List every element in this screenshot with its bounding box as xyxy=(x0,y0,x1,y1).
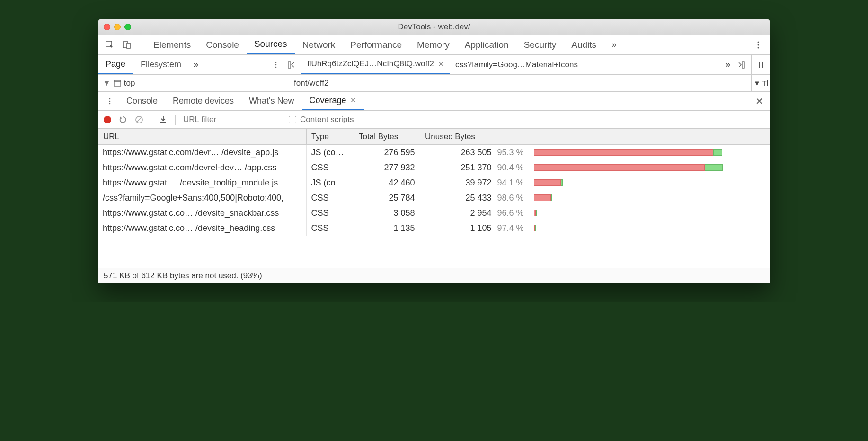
drawer-menu-icon[interactable] xyxy=(103,94,117,108)
cell-url: https://www.gstatic.com/devrel-dev… /app… xyxy=(98,160,306,175)
cell-unused-bytes: 39 97294.1 % xyxy=(420,175,529,190)
cell-usage-bar xyxy=(529,175,770,190)
next-tab-icon[interactable] xyxy=(737,61,751,69)
header-type[interactable]: Type xyxy=(307,129,354,145)
svg-line-19 xyxy=(137,117,142,122)
url-filter-input[interactable] xyxy=(183,115,268,124)
cell-usage-bar xyxy=(529,190,770,205)
cell-unused-bytes: 25 43398.6 % xyxy=(420,190,529,205)
cell-type: JS (coa… xyxy=(306,145,354,160)
navigator-tab-filesystem[interactable]: Filesystem xyxy=(133,55,189,74)
svg-point-17 xyxy=(109,103,111,104)
navigator-tabs-overflow[interactable]: » xyxy=(189,60,203,70)
cell-total-bytes: 3 058 xyxy=(354,205,420,220)
navigator-menu-icon[interactable] xyxy=(269,58,283,72)
tab-console[interactable]: Console xyxy=(198,35,247,54)
right-sidebar-toggle[interactable]: ▼ Tl xyxy=(751,75,770,91)
cell-url: https://www.gstatic.co… /devsite_heading… xyxy=(98,220,306,236)
cell-usage-bar xyxy=(529,205,770,220)
content-type-label: font/woff2 xyxy=(287,75,751,91)
svg-rect-2 xyxy=(127,43,130,48)
header-visualization[interactable] xyxy=(529,129,770,145)
drawer-tab-what-s-new[interactable]: What's New xyxy=(241,92,301,110)
inspect-element-icon[interactable] xyxy=(103,38,117,52)
main-tabs-overflow[interactable]: » xyxy=(607,40,621,50)
settings-menu-icon[interactable] xyxy=(751,38,765,52)
tab-memory[interactable]: Memory xyxy=(409,35,457,54)
close-drawer-icon[interactable]: ✕ xyxy=(755,96,763,107)
coverage-table: URL Type Total Bytes Unused Bytes xyxy=(98,129,770,145)
cell-url: https://www.gstatic.co… /devsite_snackba… xyxy=(98,205,306,220)
source-file-tabs: flUhRq6tzZclQEJ…NcIhQ8tQ.woff2✕css?famil… xyxy=(287,55,751,74)
svg-point-3 xyxy=(758,41,759,43)
tab-application[interactable]: Application xyxy=(457,35,516,54)
navigator-tab-page[interactable]: Page xyxy=(98,55,133,74)
svg-rect-9 xyxy=(288,62,291,68)
source-tab[interactable]: flUhRq6tzZclQEJ…NcIhQ8tQ.woff2✕ xyxy=(301,55,450,74)
cell-url: https://www.gstati… /devsite_tooltip_mod… xyxy=(98,175,306,190)
sources-subheader: PageFilesystem » flUhRq6tzZclQEJ…NcIhQ8t… xyxy=(98,55,770,75)
prev-tab-icon[interactable] xyxy=(287,61,301,69)
svg-point-6 xyxy=(275,62,277,63)
tab-sources[interactable]: Sources xyxy=(247,35,295,54)
source-tabs-overflow[interactable]: » xyxy=(719,60,737,70)
close-tab-icon[interactable]: ✕ xyxy=(350,96,356,105)
cell-usage-bar xyxy=(529,160,770,175)
cell-total-bytes: 277 932 xyxy=(354,160,420,175)
window-title: DevTools - web.dev/ xyxy=(98,22,770,32)
drawer-tab-label: Remote devices xyxy=(173,96,234,106)
tab-security[interactable]: Security xyxy=(516,35,564,54)
table-row[interactable]: https://www.gstati… /devsite_tooltip_mod… xyxy=(98,175,770,190)
file-tree[interactable]: ▼ top xyxy=(98,75,287,91)
cell-total-bytes: 25 784 xyxy=(354,190,420,205)
svg-point-8 xyxy=(275,66,277,68)
toggle-device-icon[interactable] xyxy=(120,38,134,52)
cell-usage-bar xyxy=(529,220,770,236)
tab-performance[interactable]: Performance xyxy=(343,35,409,54)
tab-audits[interactable]: Audits xyxy=(564,35,604,54)
content-scripts-checkbox[interactable]: Content scripts xyxy=(289,115,354,124)
table-row[interactable]: https://www.gstatic.com/devrel-dev… /app… xyxy=(98,160,770,175)
cell-type: CSS xyxy=(306,160,354,175)
cell-total-bytes: 276 595 xyxy=(354,145,420,160)
table-row[interactable]: https://www.gstatic.co… /devsite_snackba… xyxy=(98,205,770,220)
source-tab[interactable]: css?family=Goog…Material+Icons xyxy=(450,55,584,74)
svg-point-4 xyxy=(758,44,759,45)
svg-point-5 xyxy=(758,47,759,48)
cell-type: CSS xyxy=(306,220,354,236)
drawer-tab-strip: ConsoleRemote devicesWhat's NewCoverage✕… xyxy=(98,92,770,111)
table-row[interactable]: https://www.gstatic.co… /devsite_heading… xyxy=(98,220,770,236)
cell-url: /css?family=Google+Sans:400,500|Roboto:4… xyxy=(98,190,306,205)
coverage-summary: 571 KB of 612 KB bytes are not used. (93… xyxy=(98,268,770,283)
drawer-tab-coverage[interactable]: Coverage✕ xyxy=(302,92,364,110)
navigator-tabs: PageFilesystem » xyxy=(98,55,287,74)
cell-usage-bar xyxy=(529,145,770,160)
svg-point-16 xyxy=(109,100,111,102)
header-unused[interactable]: Unused Bytes xyxy=(420,129,529,145)
clear-icon[interactable] xyxy=(135,115,143,124)
pause-script-icon[interactable] xyxy=(751,55,770,74)
divider xyxy=(151,115,151,125)
svg-rect-11 xyxy=(759,62,760,68)
header-total[interactable]: Total Bytes xyxy=(354,129,420,145)
cell-unused-bytes: 2 95496.6 % xyxy=(420,205,529,220)
table-row[interactable]: /css?family=Google+Sans:400,500|Roboto:4… xyxy=(98,190,770,205)
tab-network[interactable]: Network xyxy=(295,35,343,54)
header-url[interactable]: URL xyxy=(98,129,307,145)
table-row[interactable]: https://www.gstatic.com/devr… /devsite_a… xyxy=(98,145,770,160)
record-button[interactable] xyxy=(104,116,111,123)
close-tab-icon[interactable]: ✕ xyxy=(438,60,444,69)
cell-type: JS (coa… xyxy=(306,175,354,190)
title-bar: DevTools - web.dev/ xyxy=(98,19,770,35)
devtools-window: DevTools - web.dev/ ElementsConsoleSourc… xyxy=(98,19,770,283)
tree-root-label: top xyxy=(124,79,135,88)
drawer-tab-label: Console xyxy=(126,96,158,106)
divider xyxy=(276,115,276,125)
svg-rect-13 xyxy=(114,80,121,86)
tab-elements[interactable]: Elements xyxy=(146,35,198,54)
drawer-tab-console[interactable]: Console xyxy=(119,92,165,110)
drawer-tab-remote-devices[interactable]: Remote devices xyxy=(165,92,241,110)
divider xyxy=(175,115,176,125)
reload-icon[interactable] xyxy=(119,115,127,124)
export-icon[interactable] xyxy=(159,115,168,124)
